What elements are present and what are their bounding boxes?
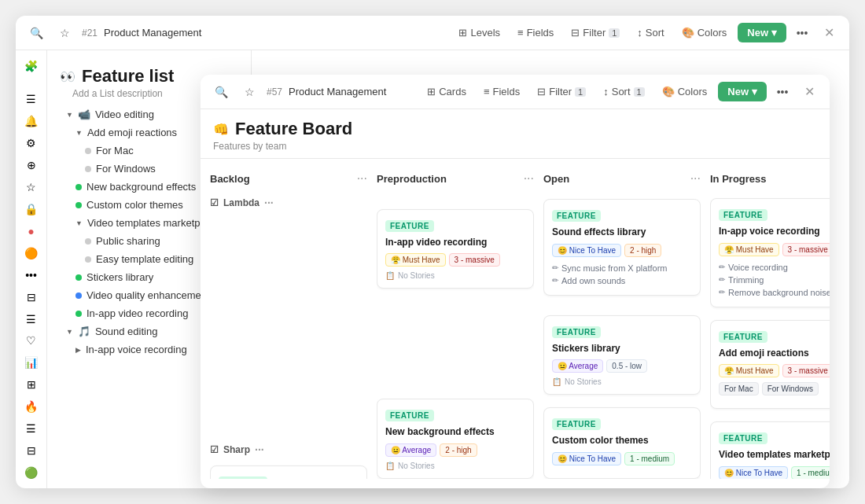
nav-icon-4[interactable]: ⊕ [20, 156, 42, 175]
col-open-more[interactable]: ··· [690, 171, 701, 186]
dot-icon [85, 256, 91, 263]
tag-nice: 😊 Nice To Have [552, 244, 621, 257]
no-stories: No Stories [552, 377, 692, 386]
for-windows-tag: For Windows [762, 382, 819, 395]
group-lambda-spacer [377, 192, 534, 203]
group-lambda-label: ☑ Lambda ··· [210, 192, 367, 212]
nav-icon-13[interactable]: 📊 [20, 353, 42, 372]
col-preproduction-header: Preproduction ··· [377, 168, 534, 192]
card-badge: FEATURE [552, 326, 601, 338]
breadcrumb: Product Management [104, 27, 201, 39]
board-filter-btn[interactable]: ⊟ Filter 1 [531, 83, 592, 101]
board-chevron-down-icon: ▾ [752, 86, 757, 97]
subtask-trim: Trimming [719, 274, 830, 286]
chevron-down-icon: ▼ [75, 129, 83, 137]
nav-icon-17[interactable]: ⊟ [20, 441, 42, 460]
nav-icon-2[interactable]: 🔔 [20, 112, 42, 131]
tag-low: 0.5 - low [606, 359, 647, 373]
nav-icon-3[interactable]: ⚙ [20, 134, 42, 153]
more-btn[interactable]: ••• [791, 22, 813, 44]
group-sharp-more[interactable]: ··· [255, 443, 264, 456]
nav-icon-10[interactable]: ⊟ [20, 288, 42, 307]
nav-icon-5[interactable]: ☆ [20, 178, 42, 197]
sort-btn[interactable]: ↕ Sort [631, 24, 670, 42]
col-backlog-header: Backlog ··· [210, 168, 367, 192]
fields-icon: ≡ [517, 27, 524, 39]
col-preproduction-more[interactable]: ··· [524, 171, 534, 186]
sidebar-item-label: Stickers library [86, 271, 153, 283]
board-fields-btn[interactable]: ≡ Fields [477, 83, 526, 101]
nav-icon-18[interactable]: 🟢 [20, 463, 42, 482]
card-sound-effects[interactable]: FEATURE Sound effects library 😊 Nice To … [543, 199, 701, 296]
nav-icon-9[interactable]: ••• [20, 266, 42, 285]
sidebar-item-label: In-app voice recording [86, 344, 187, 355]
board-more-btn[interactable]: ••• [771, 81, 793, 103]
board-search-btn[interactable]: 🔍 [210, 81, 232, 103]
card-badge: FEATURE [719, 209, 767, 221]
col-preproduction-cards: FEATURE In-app video recording 😤 Must Ha… [377, 192, 534, 479]
sharp-checkbox: ☑ [210, 444, 219, 455]
app-logo[interactable]: 🧩 [20, 57, 42, 75]
close-btn[interactable]: ✕ [818, 22, 840, 44]
group-lambda-name: Lambda [223, 197, 260, 208]
subtask-1: Sync music from X platform [552, 262, 692, 274]
card-tags: 😤 Must Have 3 - massive [719, 364, 830, 377]
group-lambda-more[interactable]: ··· [264, 197, 274, 209]
cards-btn[interactable]: ⊞ Cards [421, 83, 473, 101]
subtask-2: Add own sounds [552, 274, 692, 287]
nav-icon-8[interactable]: 🟠 [20, 244, 42, 263]
new-button[interactable]: New ▾ [738, 23, 786, 42]
search-icon-btn[interactable]: 🔍 [25, 22, 47, 44]
dot-icon [85, 166, 91, 172]
board-close-btn[interactable]: ✕ [798, 81, 820, 103]
nav-icon-7[interactable]: ● [20, 222, 42, 241]
fields-btn[interactable]: ≡ Fields [511, 24, 560, 42]
nav-icon-12[interactable]: ♡ [20, 332, 42, 351]
group-sharp-spacer2 [377, 295, 534, 392]
card-title: New background effects [385, 426, 525, 439]
sound-editing-emoji: 🎵 [78, 326, 90, 337]
nav-icon-6[interactable]: 🔒 [20, 200, 42, 219]
board-header: 👊 Feature Board Features by team [201, 109, 830, 159]
board-new-button[interactable]: New ▾ [718, 82, 767, 101]
tag-avg: 😐 Average [385, 443, 436, 457]
nav-icon-11[interactable]: ☰ [20, 310, 42, 329]
board-filter-icon: ⊟ [537, 86, 546, 97]
board-sort-btn[interactable]: ↕ Sort 1 [597, 83, 650, 101]
nav-icon-14[interactable]: ⊞ [20, 375, 42, 394]
card-video-templates[interactable]: FEATURE Video templates marketplace 😊 Ni… [710, 421, 830, 479]
filter-btn[interactable]: ⊟ Filter 1 [565, 24, 626, 42]
no-stories: No Stories [385, 271, 525, 280]
card-add-emoji[interactable]: FEATURE Add emoji reactions 😤 Must Have … [710, 320, 830, 410]
filter-icon: ⊟ [571, 27, 580, 39]
nav-icon-1[interactable]: ☰ [20, 90, 42, 109]
board-colors-icon: 🎨 [662, 86, 675, 97]
group-sharp-spacer3 [543, 302, 701, 309]
board-subtitle: Features by team [213, 141, 817, 152]
star-btn[interactable]: ☆ [53, 22, 75, 44]
col-backlog-more[interactable]: ··· [357, 171, 367, 186]
card-tags: 😤 Must Have 3 - massive [385, 253, 525, 267]
colors-btn[interactable]: 🎨 Colors [675, 24, 734, 42]
nav-icon-16[interactable]: ☰ [20, 419, 42, 438]
card-in-app-video[interactable]: FEATURE In-app video recording 😤 Must Ha… [377, 209, 534, 289]
board-colors-btn[interactable]: 🎨 Colors [656, 83, 714, 101]
card-title: Add emoji reactions [719, 348, 830, 360]
nav-icon-15[interactable]: 🔥 [20, 397, 42, 416]
issue-number: #21 [82, 28, 98, 39]
card-new-bg-effects[interactable]: FEATURE New background effects 😐 Average… [377, 399, 534, 479]
board-breadcrumb: Product Management [289, 86, 386, 97]
chevron-down-icon: ▼ [66, 111, 73, 119]
tag-nice: 😊 Nice To Have [552, 452, 621, 465]
tag-high: 2 - high [624, 244, 661, 257]
card-custom-colors[interactable]: FEATURE Custom color themes 😊 Nice To Ha… [543, 407, 701, 479]
card-stickers[interactable]: FEATURE Stickers library 😐 Average 0.5 -… [543, 315, 701, 395]
tag-massive: 3 - massive [782, 243, 830, 256]
sidebar-item-label: For Windows [96, 163, 156, 175]
card-in-app-voice[interactable]: FEATURE In-app voice recording 😤 Must Ha… [710, 198, 830, 307]
col-open-header: Open ··· [543, 168, 701, 192]
board-star-btn[interactable]: ☆ [238, 81, 260, 103]
card-new-branding[interactable]: FEATURE New in-app branding 😤 Must Have … [210, 465, 367, 479]
col-in-progress-header: In Progress ··· [710, 168, 830, 192]
levels-btn[interactable]: ⊞ Levels [452, 24, 506, 42]
